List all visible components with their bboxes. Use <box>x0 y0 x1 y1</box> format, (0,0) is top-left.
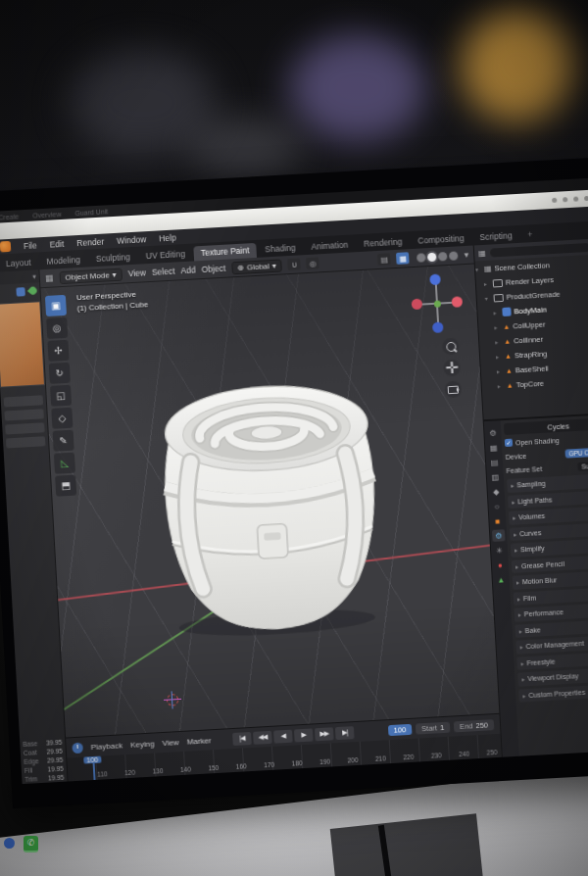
current-frame-field[interactable]: 100 <box>387 723 412 735</box>
feature-set-dropdown[interactable]: Supported <box>577 460 588 470</box>
transform-tool[interactable]: ◇ <box>51 408 73 429</box>
window-control-icon[interactable] <box>552 198 557 203</box>
editor-type-icon[interactable]: ▦ <box>45 273 54 283</box>
cursor-tool[interactable]: ◎ <box>46 317 68 339</box>
chevron-down-icon[interactable]: ▾ <box>464 250 468 260</box>
render-properties-icon[interactable]: ▦ <box>487 441 501 454</box>
axis-x-pos-handle[interactable] <box>452 296 464 308</box>
world-properties-icon[interactable]: ○ <box>490 500 504 512</box>
navigation-gizmo[interactable] <box>411 276 465 330</box>
menu-add[interactable]: Add <box>180 265 196 275</box>
texture-preview[interactable] <box>0 301 45 387</box>
chevron-down-icon[interactable]: ▾ <box>32 272 36 280</box>
panel-viewport-display[interactable]: ▸Viewport Display <box>517 666 588 686</box>
image-datablock-icon[interactable] <box>16 287 24 296</box>
pan-view-button[interactable]: ✛ <box>443 359 461 376</box>
measure-tool[interactable]: ◺ <box>54 453 75 474</box>
rotate-tool[interactable]: ↻ <box>49 363 71 384</box>
gizmo-toggle-icon[interactable]: ▤ <box>377 253 391 266</box>
menu-view[interactable]: View <box>127 268 146 278</box>
menu-object[interactable]: Object <box>201 264 225 274</box>
taskbar-blue-app-icon[interactable] <box>4 838 15 849</box>
menu-playback[interactable]: Playback <box>90 741 122 752</box>
add-cube-tool[interactable]: ⬒ <box>55 475 76 497</box>
panel-freestyle[interactable]: ▸Freestyle <box>516 651 588 670</box>
solid-shading-icon[interactable] <box>427 252 436 261</box>
panel-performance[interactable]: ▸Performance <box>514 603 588 622</box>
rendered-shading-icon[interactable] <box>449 251 458 260</box>
checkbox-checked-icon[interactable]: ✓ <box>505 439 513 447</box>
axis-x-neg-handle[interactable] <box>412 299 423 311</box>
scale-tool[interactable]: ◱ <box>50 385 72 407</box>
jump-to-end-button[interactable]: ▶| <box>335 726 355 740</box>
menu-file[interactable]: File <box>24 240 37 251</box>
slider-row[interactable] <box>6 436 45 448</box>
tool-properties-icon[interactable]: ⚙ <box>486 426 500 439</box>
play-button[interactable]: ▶ <box>294 728 314 742</box>
menu-edit[interactable]: Edit <box>49 238 64 249</box>
next-keyframe-button[interactable]: ▶▶ <box>315 727 334 741</box>
annotate-tool[interactable]: ✎ <box>53 430 74 452</box>
axis-z-pos-handle[interactable] <box>429 273 441 285</box>
color-drop-icon[interactable] <box>27 285 38 296</box>
panel-curves[interactable]: ▸Curves <box>510 521 588 541</box>
bokeh-soft <box>186 118 304 176</box>
previous-keyframe-button[interactable]: ◀◀ <box>253 730 272 744</box>
slider-row[interactable] <box>4 395 43 407</box>
menu-window[interactable]: Window <box>117 234 147 246</box>
wireframe-shading-icon[interactable] <box>417 253 426 262</box>
axis-y-handle[interactable] <box>434 300 441 307</box>
panel-light-paths[interactable]: ▸Light Paths <box>508 489 588 509</box>
jump-to-start-button[interactable]: |◀ <box>232 731 252 745</box>
mesh-icon: ▲ <box>503 323 510 330</box>
panel-sampling[interactable]: ▸Sampling <box>507 473 588 493</box>
add-workspace-button[interactable]: + <box>520 227 540 243</box>
overlays-toggle-icon[interactable]: ▦ <box>396 252 410 265</box>
menu-render[interactable]: Render <box>76 236 104 248</box>
window-control-icon[interactable] <box>563 197 567 202</box>
slider-row[interactable] <box>4 409 43 420</box>
select-box-tool[interactable]: ▣ <box>45 295 67 316</box>
panel-custom-properties[interactable]: ▸Custom Properties <box>518 683 588 703</box>
object-data-properties-icon[interactable]: ▲ <box>494 573 508 586</box>
outliner-display-icon[interactable]: ▦ <box>478 248 486 257</box>
panel-volumes[interactable]: ▸Volumes <box>509 506 588 525</box>
menu-keying[interactable]: Keying <box>130 739 155 749</box>
window-control-icon[interactable] <box>573 196 578 201</box>
menu-marker[interactable]: Marker <box>186 736 211 746</box>
view-layer-properties-icon[interactable]: ▥ <box>489 470 503 483</box>
menu-select[interactable]: Select <box>152 267 175 277</box>
move-tool[interactable]: ✢ <box>47 340 69 362</box>
3d-model-grenade[interactable] <box>119 316 420 650</box>
frame-end-field[interactable]: End250 <box>454 719 494 732</box>
snap-magnet-icon[interactable]: ∪ <box>288 258 302 270</box>
mesh-icon: ▲ <box>507 381 514 388</box>
window-control-icon[interactable] <box>584 196 588 201</box>
panel-simplify[interactable]: ▸Simplify <box>511 538 588 558</box>
proportional-edit-icon[interactable]: ◎ <box>306 257 319 269</box>
frame-start-field[interactable]: Start1 <box>416 721 451 734</box>
object-properties-icon[interactable]: ■ <box>491 514 505 527</box>
material-shading-icon[interactable] <box>438 252 447 261</box>
playhead[interactable]: 100 <box>92 756 95 780</box>
panel-color-management[interactable]: ▸Color Management <box>515 635 588 655</box>
modifier-properties-icon[interactable]: ⚙ <box>492 529 506 542</box>
panel-motion-blur[interactable]: ▸Motion Blur <box>513 570 588 590</box>
mode-dropdown[interactable]: Object Mode▾ <box>59 268 122 284</box>
physics-properties-icon[interactable]: ● <box>494 559 508 571</box>
panel-film[interactable]: ▸Film <box>514 586 588 606</box>
3d-viewport[interactable]: ▣ ◎ ✢ ↻ ◱ ◇ ✎ ◺ ⬒ User Perspective (1) C… <box>40 265 499 738</box>
taskbar-green-app-icon[interactable]: ✆ <box>24 836 38 852</box>
output-properties-icon[interactable]: ▤ <box>488 456 502 468</box>
menu-view[interactable]: View <box>162 738 179 748</box>
blender-logo-icon[interactable] <box>0 241 11 253</box>
play-reverse-button[interactable]: ◀ <box>273 729 293 743</box>
particles-properties-icon[interactable]: ✳ <box>493 544 507 557</box>
scene-properties-icon[interactable]: ◆ <box>489 485 503 498</box>
device-dropdown[interactable]: GPU Compute <box>564 446 588 458</box>
transform-orientation-dropdown[interactable]: ⊕Global▾ <box>231 259 282 274</box>
panel-grease-pencil[interactable]: ▸Grease Pencil <box>512 554 588 573</box>
panel-bake[interactable]: ▸Bake <box>514 618 588 638</box>
menu-help[interactable]: Help <box>159 232 176 243</box>
slider-row[interactable] <box>5 422 44 434</box>
